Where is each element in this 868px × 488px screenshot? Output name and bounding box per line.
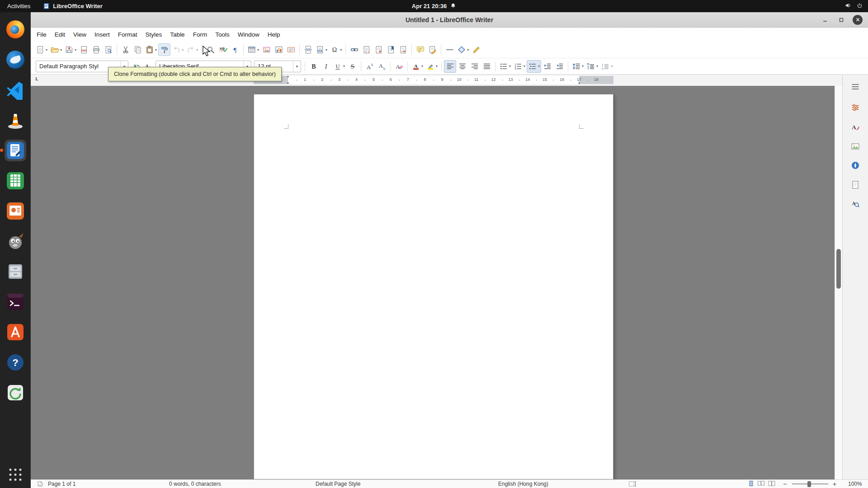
selection-mode-icon[interactable] — [628, 480, 637, 488]
sidebar-tab-style-inspector[interactable]: A — [848, 197, 863, 212]
font-color-dropdown-arrow[interactable]: ▾ — [421, 64, 423, 68]
menu-view[interactable]: View — [69, 29, 90, 40]
dock-libreoffice-impress[interactable] — [5, 200, 26, 222]
sidebar-tab-sidebar-settings[interactable] — [848, 80, 863, 95]
dock-gimp[interactable] — [5, 230, 26, 252]
underline-button[interactable]: U▾ — [332, 60, 346, 73]
decrease-indent-button[interactable] — [553, 60, 566, 73]
new-document-dropdown-arrow[interactable]: ▾ — [46, 48, 47, 52]
zoom-slider-thumb[interactable] — [807, 481, 811, 487]
no-list-button[interactable]: ▾ — [527, 60, 541, 73]
word-count-status[interactable]: 0 words, 0 characters — [169, 480, 221, 488]
insert-field-button[interactable]: ▾ — [314, 43, 329, 56]
cut-button[interactable] — [119, 43, 132, 56]
insert-special-character-button[interactable]: Ω▾ — [329, 43, 343, 56]
zoom-out-button[interactable]: − — [783, 480, 787, 488]
clone-formatting-button[interactable] — [158, 43, 170, 56]
language-status[interactable]: English (Hong Kong) — [498, 480, 548, 488]
dock-software-updater[interactable] — [5, 382, 26, 404]
show-applications-button[interactable] — [9, 469, 21, 481]
dock-libreoffice-writer[interactable] — [5, 140, 26, 161]
numbered-list-dropdown-arrow[interactable]: ▾ — [524, 64, 525, 68]
align-justify-button[interactable] — [481, 60, 493, 73]
tab-stop-selector[interactable]: L — [35, 76, 38, 82]
horizontal-ruler[interactable]: 123456789101112131415161718▾▴▴ — [254, 76, 613, 84]
insert-footnote-button[interactable]: 1 — [360, 43, 373, 56]
page-style-status[interactable]: Default Page Style — [316, 480, 360, 488]
insert-cross-reference-button[interactable] — [397, 43, 409, 56]
redo-button[interactable]: ▾ — [185, 43, 199, 56]
print-preview-button[interactable] — [102, 43, 114, 56]
save-dropdown-arrow[interactable]: ▾ — [75, 48, 76, 52]
basic-shapes-button[interactable]: ▾ — [456, 43, 470, 56]
dock-help[interactable]: ? — [5, 352, 26, 373]
underline-dropdown-arrow[interactable]: ▾ — [343, 64, 345, 68]
maximize-button[interactable] — [836, 15, 846, 25]
align-right-button[interactable] — [468, 60, 481, 73]
increase-paragraph-spacing-button[interactable]: ▾ — [585, 60, 599, 73]
menu-format[interactable]: Format — [114, 29, 142, 40]
right-indent-marker[interactable]: ▴ — [578, 81, 580, 84]
highlight-color-button[interactable]: ▾ — [425, 60, 439, 73]
superscript-button[interactable]: Ab — [363, 60, 376, 73]
insert-textbox-button[interactable] — [285, 43, 297, 56]
strikethrough-button[interactable]: S — [346, 60, 359, 73]
bullet-list-button[interactable]: ▾ — [498, 60, 512, 73]
sidebar-tab-gallery[interactable] — [848, 140, 863, 155]
insert-table-dropdown-arrow[interactable]: ▾ — [257, 48, 259, 52]
menu-insert[interactable]: Insert — [90, 29, 114, 40]
clear-formatting-button[interactable]: A — [393, 60, 405, 73]
single-page-view-button[interactable] — [748, 480, 755, 488]
highlight-color-dropdown-arrow[interactable]: ▾ — [436, 64, 438, 68]
insert-hyperlink-button[interactable] — [348, 43, 360, 56]
find-replace-button[interactable] — [204, 43, 217, 56]
focused-app-menu[interactable]: LibreOffice Writer — [38, 3, 108, 9]
track-changes-button[interactable] — [426, 43, 439, 56]
left-indent-marker[interactable]: ▴ — [287, 81, 289, 84]
font-size-dropdown-arrow[interactable]: ▾ — [293, 61, 301, 72]
undo-button[interactable]: ▾ — [170, 43, 185, 56]
dock-thunderbird[interactable] — [5, 49, 26, 70]
insert-bookmark-button[interactable] — [385, 43, 397, 56]
dock-terminal[interactable] — [5, 291, 26, 313]
bullet-list-dropdown-arrow[interactable]: ▾ — [509, 64, 511, 68]
menu-file[interactable]: File — [33, 29, 51, 40]
zoom-in-button[interactable]: + — [833, 480, 836, 488]
insert-image-button[interactable] — [260, 43, 273, 56]
scrollbar-thumb[interactable] — [836, 249, 841, 289]
minimize-button[interactable] — [820, 15, 830, 25]
menu-form[interactable]: Form — [189, 29, 212, 40]
spelling-button[interactable]: AB — [217, 43, 229, 56]
undo-dropdown-arrow[interactable]: ▾ — [182, 48, 184, 52]
paste-dropdown-arrow[interactable]: ▾ — [155, 48, 157, 52]
save-status-icon[interactable] — [37, 480, 43, 488]
insert-table-button[interactable]: ▾ — [246, 43, 260, 56]
numbered-list-button[interactable]: 123▾ — [512, 60, 527, 73]
subscript-button[interactable]: Ab — [376, 60, 388, 73]
menu-help[interactable]: Help — [264, 29, 284, 40]
insert-special-character-dropdown-arrow[interactable]: ▾ — [340, 48, 342, 52]
print-button[interactable] — [90, 43, 102, 56]
menu-edit[interactable]: Edit — [51, 29, 69, 40]
dock-ubuntu-software[interactable] — [5, 321, 26, 343]
insert-comment-button[interactable] — [414, 43, 426, 56]
dock-vlc[interactable] — [5, 109, 26, 131]
insert-page-break-button[interactable] — [302, 43, 314, 56]
close-button[interactable] — [853, 15, 863, 25]
align-left-button[interactable] — [444, 60, 456, 73]
font-color-button[interactable]: A▾ — [410, 60, 425, 73]
system-status-area[interactable] — [845, 0, 863, 12]
menu-table[interactable]: Table — [166, 29, 189, 40]
basic-shapes-dropdown-arrow[interactable]: ▾ — [467, 48, 469, 52]
menu-styles[interactable]: Styles — [142, 29, 166, 40]
zoom-slider[interactable] — [792, 480, 828, 488]
insert-field-dropdown-arrow[interactable]: ▾ — [326, 48, 327, 52]
insert-endnote-button[interactable] — [373, 43, 385, 56]
document-page[interactable] — [254, 94, 613, 479]
redo-dropdown-arrow[interactable]: ▾ — [196, 48, 198, 52]
dock-files[interactable] — [5, 261, 26, 282]
line-spacing-dropdown-arrow[interactable]: ▾ — [582, 64, 584, 68]
dock-vscode[interactable] — [5, 79, 26, 101]
insert-chart-button[interactable] — [273, 43, 285, 56]
bold-button[interactable]: B — [307, 60, 320, 73]
